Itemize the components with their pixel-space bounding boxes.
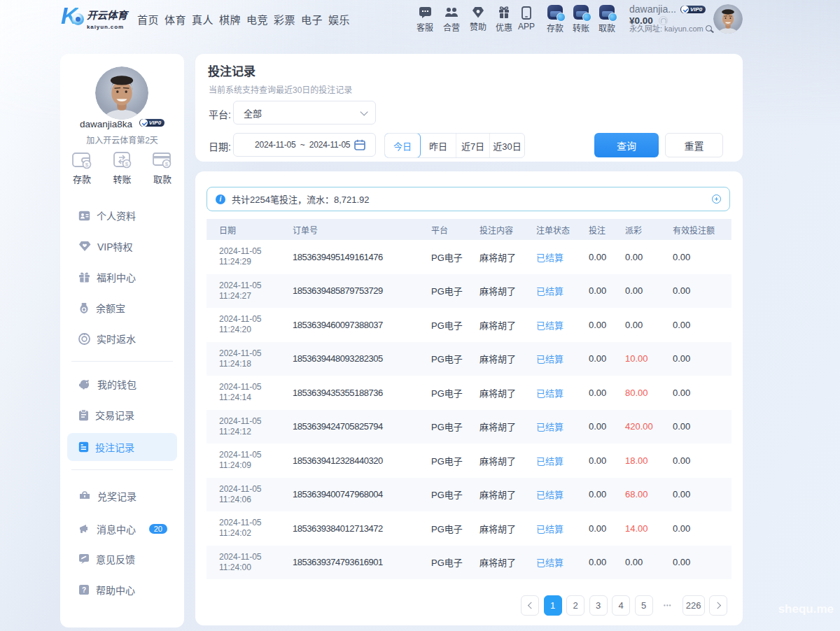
svg-text:$: $ (165, 161, 169, 167)
svg-text:$: $ (125, 161, 128, 167)
svg-text:?: ? (82, 586, 86, 594)
svg-text:$: $ (85, 162, 89, 168)
